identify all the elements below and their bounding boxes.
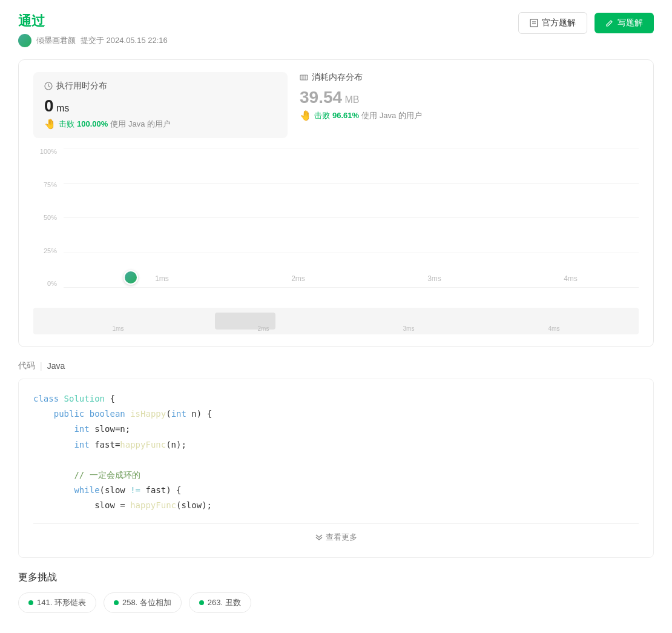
challenge-label-2: 263. 丑数 <box>208 597 241 608</box>
memory-icon <box>300 73 308 82</box>
header-left: 通过 倾墨画君颜 提交于 2024.05.15 22:16 <box>18 12 168 47</box>
code-line-6: // 一定会成环的 <box>33 468 639 483</box>
x-label-4ms: 4ms <box>564 274 578 283</box>
submission-meta: 倾墨画君颜 提交于 2024.05.15 22:16 <box>18 34 168 47</box>
code-line-7: while(slow != fast) { <box>33 483 639 498</box>
challenge-tag-1[interactable]: 258. 各位相加 <box>104 592 182 613</box>
scroll-x-label-3ms: 3ms <box>403 325 415 332</box>
challenge-tags: 141. 环形链表 258. 各位相加 263. 丑数 <box>18 592 654 613</box>
book-icon <box>530 19 538 27</box>
x-label-2ms: 2ms <box>291 274 305 283</box>
stats-card: 执行用时分布 0 ms 🤚 击败 100.00% 使用 Java 的用户 <box>18 59 654 347</box>
time-beat: 🤚 击败 100.00% 使用 Java 的用户 <box>44 118 277 130</box>
challenge-label-1: 258. 各位相加 <box>122 597 171 608</box>
code-line-4: int fast=happyFunc(n); <box>33 437 639 452</box>
status-title: 通过 <box>18 12 168 30</box>
mem-label-text: 消耗内存分布 <box>312 72 363 83</box>
edit-icon <box>605 19 614 27</box>
code-header: 代码 | Java <box>18 360 654 371</box>
mem-beat: 🤚 击败 96.61% 使用 Java 的用户 <box>300 110 639 121</box>
scroll-x-labels: 1ms 2ms 3ms 4ms <box>33 325 639 332</box>
chart-y-labels: 100% 75% 50% 25% 0% <box>33 148 61 287</box>
scroll-x-label-4ms: 4ms <box>548 325 560 332</box>
chart-bars <box>64 148 639 287</box>
chart-scroll-area[interactable]: 1ms 2ms 3ms 4ms <box>33 308 639 334</box>
y-label-75: 75% <box>44 181 57 188</box>
scroll-x-label-2ms: 2ms <box>258 325 269 332</box>
code-line-2: public boolean isHappy(int n) { <box>33 406 639 422</box>
svg-line-5 <box>48 86 50 87</box>
official-solution-label: 官方题解 <box>542 18 576 28</box>
code-section-label: 代码 <box>18 360 35 371</box>
see-more-button[interactable]: 查看更多 <box>315 532 357 543</box>
code-block: class Solution { public boolean isHappy(… <box>18 379 654 558</box>
code-line-1: class Solution { <box>33 391 639 406</box>
y-label-0: 0% <box>47 280 57 287</box>
submitted-by: 倾墨画君颜 <box>36 35 76 46</box>
time-stat-box: 执行用时分布 0 ms 🤚 击败 100.00% 使用 Java 的用户 <box>33 72 288 138</box>
code-line-5 <box>33 452 639 468</box>
challenge-dot-0 <box>28 600 33 605</box>
more-challenges: 更多挑战 141. 环形链表 258. 各位相加 263. 丑数 <box>18 571 654 613</box>
challenge-tag-0[interactable]: 141. 环形链表 <box>18 592 96 613</box>
write-solution-label: 写题解 <box>618 18 643 28</box>
write-solution-button[interactable]: 写题解 <box>595 13 654 33</box>
stats-top: 执行用时分布 0 ms 🤚 击败 100.00% 使用 Java 的用户 <box>33 72 639 138</box>
avatar <box>18 34 31 47</box>
code-lang-label: Java <box>47 361 65 371</box>
challenge-label-0: 141. 环形链表 <box>37 597 86 608</box>
mem-label: 消耗内存分布 <box>300 72 639 83</box>
official-solution-button[interactable]: 官方题解 <box>518 12 587 34</box>
submitted-at: 提交于 2024.05.15 22:16 <box>81 35 168 46</box>
challenge-dot-1 <box>114 600 119 605</box>
header-buttons: 官方题解 写题解 <box>518 12 654 34</box>
time-label: 执行用时分布 <box>44 81 277 91</box>
time-label-text: 执行用时分布 <box>56 81 107 91</box>
time-value: 0 ms <box>44 96 277 116</box>
chevron-down-double-icon <box>315 534 323 540</box>
x-label-3ms: 3ms <box>427 274 441 283</box>
y-label-100: 100% <box>40 148 57 155</box>
y-label-25: 25% <box>44 247 57 254</box>
svg-rect-0 <box>530 19 538 27</box>
more-challenges-title: 更多挑战 <box>18 571 654 584</box>
code-section: 代码 | Java class Solution { public boolea… <box>18 360 654 558</box>
challenge-dot-2 <box>199 600 204 605</box>
mem-stat-box: 消耗内存分布 39.54 MB 🤚 击败 96.61% 使用 Java 的用户 <box>300 72 639 138</box>
see-more-area: 查看更多 <box>33 523 639 545</box>
mem-value: 39.54 MB <box>300 88 639 107</box>
chart-plot: 1ms 2ms 3ms 4ms <box>64 148 639 287</box>
chart-area: 100% 75% 50% 25% 0% <box>33 148 639 305</box>
chart-x-labels: 1ms 2ms 3ms 4ms <box>94 270 639 287</box>
code-line-3: int slow=n; <box>33 422 639 437</box>
code-line-8: slow = happyFunc(slow); <box>33 498 639 513</box>
see-more-label: 查看更多 <box>326 532 357 543</box>
y-label-50: 50% <box>44 214 57 221</box>
x-label-1ms: 1ms <box>155 274 169 283</box>
code-separator: | <box>40 361 42 371</box>
challenge-tag-2[interactable]: 263. 丑数 <box>189 592 251 613</box>
scroll-x-label-1ms: 1ms <box>113 325 124 332</box>
page-header: 通过 倾墨画君颜 提交于 2024.05.15 22:16 官方题解 写题解 <box>18 12 654 47</box>
clock-icon <box>44 82 53 90</box>
